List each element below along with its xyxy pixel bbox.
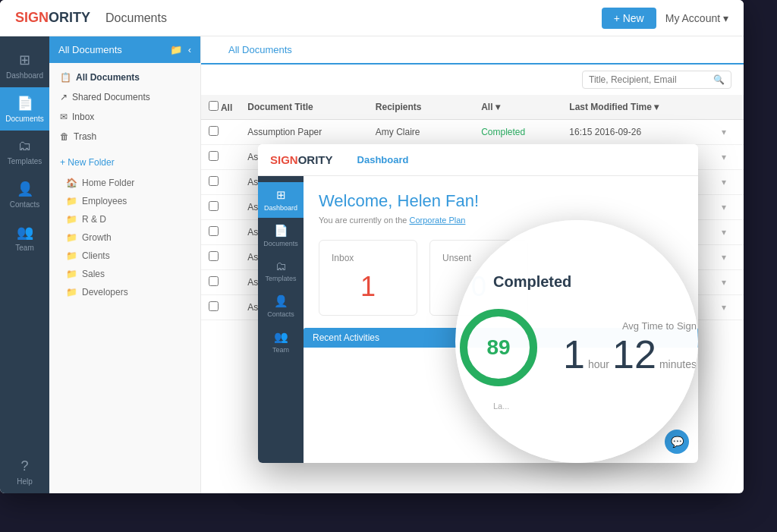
row-action-2[interactable]: ▾	[711, 170, 744, 195]
folder-employees[interactable]: 📁 Employees	[49, 192, 200, 210]
dash-logo-ority: ORITY	[298, 153, 333, 166]
row-status-0: Completed	[473, 120, 562, 145]
dash-sidebar-dashboard[interactable]: ⊞ Dashboard	[258, 182, 304, 218]
sidebar-label-templates: Templates	[8, 157, 42, 165]
sidebar-label-help: Help	[17, 477, 33, 486]
recent-label: Recent Activities	[313, 332, 379, 343]
dash-header: SIGNORITY Dashboard	[258, 144, 698, 176]
sidebar-item-help[interactable]: ? Help	[13, 451, 36, 493]
developers-icon: 📁	[66, 287, 77, 297]
hour-number: 1	[563, 335, 585, 374]
magnifier-circle: Completed 89 Avg Time to Sign 1 hour 12	[455, 220, 698, 463]
rd-label: R & D	[82, 214, 106, 225]
search-input[interactable]	[589, 74, 710, 85]
dash-nav-dashboard[interactable]: Dashboard	[348, 154, 418, 165]
sales-icon: 📁	[66, 269, 77, 279]
header-title: Documents	[105, 11, 602, 25]
new-button[interactable]: + New	[602, 8, 656, 29]
sidebar-item-dashboard[interactable]: ⊞ Dashboard	[0, 44, 49, 87]
sidebar-item-team[interactable]: 👥 Team	[0, 216, 49, 260]
dash-sidebar-documents[interactable]: 📄 Documents	[258, 218, 304, 253]
folder-rd[interactable]: 📁 R & D	[49, 210, 200, 228]
trash-label: Trash	[74, 131, 96, 142]
folder-icon: 📁	[170, 44, 182, 55]
row-checkbox-0[interactable]	[201, 120, 240, 145]
sidebar: ⊞ Dashboard 📄 Documents 🗂 Templates 👤 Co…	[0, 36, 49, 493]
row-action-6[interactable]: ▾	[711, 270, 744, 295]
contacts-icon: 👤	[17, 181, 33, 197]
dashboard-icon: ⊞	[19, 52, 30, 68]
avg-time-section: Avg Time to Sign 1 hour 12 minutes	[563, 320, 697, 374]
new-folder-label: + New Folder	[60, 157, 115, 168]
hour-value-row: 1 hour 12 minutes	[563, 335, 697, 374]
row-action-5[interactable]: ▾	[711, 245, 744, 270]
col-checkbox: All	[201, 95, 240, 120]
growth-label: Growth	[82, 232, 112, 243]
sidebar-item-contacts[interactable]: 👤 Contacts	[0, 173, 49, 216]
row-checkbox-2[interactable]	[201, 170, 240, 195]
col-status[interactable]: All ▾	[473, 95, 562, 120]
table-row: Assumption Paper Amy Claire Completed 16…	[201, 120, 744, 145]
inbox-label: Inbox	[72, 112, 94, 122]
row-title-0: Assumption Paper	[240, 120, 368, 145]
folder-sales[interactable]: 📁 Sales	[49, 265, 200, 283]
dash-sidebar-templates[interactable]: 🗂 Templates	[258, 253, 304, 288]
row-action-4[interactable]: ▾	[711, 220, 744, 245]
file-panel-inbox[interactable]: ✉ Inbox	[49, 107, 200, 127]
dash-sidebar-contacts[interactable]: 👤 Contacts	[258, 288, 304, 324]
row-action-1[interactable]: ▾	[711, 145, 744, 170]
plan-link[interactable]: Corporate Plan	[409, 216, 465, 225]
row-checkbox-3[interactable]	[201, 195, 240, 220]
mag-row: 89 Avg Time to Sign 1 hour 12 minutes	[470, 306, 683, 389]
new-folder-button[interactable]: + New Folder	[49, 151, 200, 174]
dash-logo: SIGNORITY	[270, 153, 333, 166]
logo-sign: SIGN	[15, 10, 49, 26]
file-panel-shared[interactable]: ↗ Shared Documents	[49, 87, 200, 107]
documents-icon: 📄	[17, 95, 33, 112]
employees-label: Employees	[82, 196, 127, 206]
row-checkbox-7[interactable]	[201, 295, 240, 320]
folder-developers[interactable]: 📁 Developers	[49, 283, 200, 301]
folder-home[interactable]: 🏠 Home Folder	[49, 174, 200, 192]
dash-sidebar-team[interactable]: 👥 Team	[258, 324, 304, 360]
dash-team-icon: 👥	[274, 330, 288, 344]
all-docs-icon: 📋	[60, 72, 71, 83]
logo-ority: ORITY	[49, 10, 90, 26]
col-actions	[711, 95, 744, 120]
shared-icon: ↗	[60, 92, 68, 102]
row-checkbox-5[interactable]	[201, 245, 240, 270]
collapse-icon[interactable]: ‹	[188, 44, 191, 55]
trash-icon: 🗑	[60, 131, 69, 142]
main-header: SIGNORITY Documents + New My Account ▾	[0, 0, 744, 36]
sidebar-item-documents[interactable]: 📄 Documents	[0, 87, 49, 131]
help-icon: ?	[20, 458, 28, 474]
row-action-0[interactable]: ▾	[711, 120, 744, 145]
home-folder-icon: 🏠	[66, 178, 77, 188]
dash-card-inbox: Inbox 1	[319, 240, 417, 316]
chat-button[interactable]: 💬	[665, 430, 689, 454]
file-panel-all-docs[interactable]: 📋 All Documents	[49, 68, 200, 87]
folder-clients[interactable]: 📁 Clients	[49, 247, 200, 265]
row-action-7[interactable]: ▾	[711, 295, 744, 320]
dash-welcome: Welcome, Helen Fan!	[319, 191, 683, 211]
row-checkbox-6[interactable]	[201, 270, 240, 295]
account-button[interactable]: My Account ▾	[665, 12, 728, 24]
col-modified[interactable]: Last Modified Time ▾	[562, 95, 711, 120]
tab-all-documents[interactable]: All Documents	[216, 36, 304, 65]
select-all-checkbox[interactable]	[209, 101, 219, 111]
sidebar-item-templates[interactable]: 🗂 Templates	[0, 131, 49, 173]
row-checkbox-1[interactable]	[201, 145, 240, 170]
tab-all-docs-label: All Documents	[228, 44, 292, 55]
mag-last-label: La...	[470, 401, 509, 411]
sales-label: Sales	[82, 269, 105, 279]
templates-icon: 🗂	[18, 138, 32, 154]
row-checkbox-4[interactable]	[201, 220, 240, 245]
folder-growth[interactable]: 📁 Growth	[49, 228, 200, 247]
search-icon[interactable]: 🔍	[713, 74, 725, 85]
dash-subtitle: You are currently on the Corporate Plan	[319, 216, 683, 225]
row-action-3[interactable]: ▾	[711, 195, 744, 220]
file-panel-header: All Documents 📁 ‹	[49, 36, 200, 63]
file-panel-trash[interactable]: 🗑 Trash	[49, 127, 200, 146]
mag-completed-label: Completed	[470, 273, 571, 291]
dash-sidebar: ⊞ Dashboard 📄 Documents 🗂 Templates 👤 Co…	[258, 176, 304, 463]
